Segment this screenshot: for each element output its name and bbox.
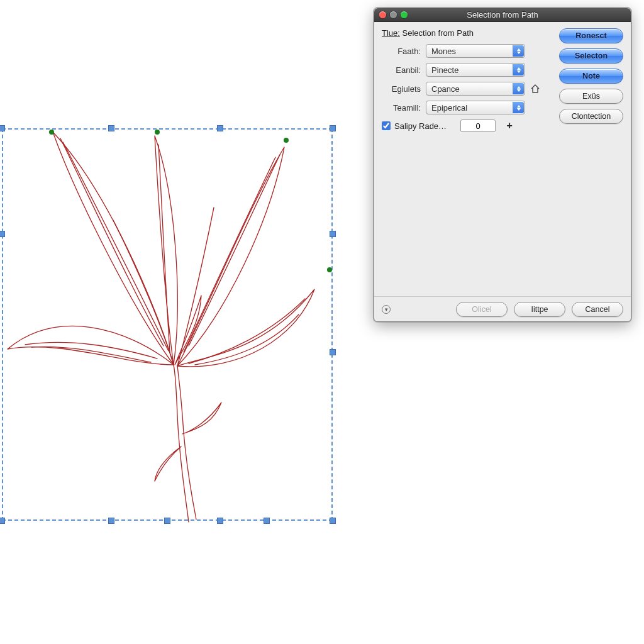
button-olicel: Olicel <box>456 302 508 317</box>
field-label: Egiulets <box>382 84 421 94</box>
button-clontection[interactable]: Clontection <box>559 109 623 124</box>
select-eanbil[interactable]: Pinecte <box>426 63 525 77</box>
dialog-selection-from-path: Selection from Path Tlue: Selection from… <box>374 8 631 322</box>
select-faath[interactable]: Mones <box>426 44 525 58</box>
resize-handle-w1[interactable] <box>0 231 5 237</box>
select-value: Cpance <box>431 84 460 94</box>
chevron-updown-icon <box>513 102 524 113</box>
minimize-icon[interactable] <box>390 11 397 18</box>
dialog-body: Tlue: Selection from Path Faath: Mones E… <box>374 22 631 296</box>
select-egiulets[interactable]: Cpance <box>426 82 525 96</box>
checkbox-label: Salipy Rade… <box>394 121 447 131</box>
button-note[interactable]: Note <box>559 69 623 84</box>
resize-handle-ne[interactable] <box>330 125 336 131</box>
canvas-area <box>0 0 352 535</box>
resize-handle-nw[interactable] <box>0 125 5 131</box>
path-node[interactable] <box>155 130 160 135</box>
resize-handle-e1[interactable] <box>330 231 336 237</box>
subheader-value: Selection from Path <box>402 28 474 38</box>
checkbox-salipy-rade[interactable] <box>382 121 391 130</box>
window-title: Selection from Path <box>374 10 631 19</box>
path-node[interactable] <box>284 138 289 143</box>
field-label: Teamill: <box>382 103 421 113</box>
select-teamill[interactable]: Epiperical <box>426 101 525 114</box>
field-label: Eanbil: <box>382 65 421 75</box>
dialog-left-column: Tlue: Selection from Path Faath: Mones E… <box>382 28 550 292</box>
button-iittpe[interactable]: Iittpe <box>514 302 565 317</box>
home-icon[interactable] <box>530 84 540 94</box>
dialog-subheader: Tlue: Selection from Path <box>382 28 550 38</box>
path-node[interactable] <box>327 267 332 272</box>
button-ronesct[interactable]: Ronesct <box>559 28 623 43</box>
resize-handle-s1[interactable] <box>108 518 114 524</box>
resize-handle-sw[interactable] <box>0 518 5 524</box>
selection-edge-right[interactable] <box>331 128 333 521</box>
selection-edge-left[interactable] <box>2 128 3 521</box>
dialog-right-column: Ronesct Selecton Note Exüs Clontection <box>559 28 623 292</box>
chevron-updown-icon <box>513 83 524 94</box>
chevron-updown-icon <box>513 64 524 75</box>
window-controls <box>374 11 408 18</box>
chevron-updown-icon <box>513 45 524 57</box>
field-row-egiulets: Egiulets Cpance <box>382 82 550 96</box>
close-icon[interactable] <box>379 11 386 18</box>
selection-bounding-box[interactable] <box>2 128 333 521</box>
button-exus[interactable]: Exüs <box>559 89 623 104</box>
resize-handle-s2[interactable] <box>164 518 170 524</box>
field-label: Faath: <box>382 47 421 56</box>
resize-handle-s3[interactable] <box>217 518 223 524</box>
dialog-footer: ▾ Olicel Iittpe Cancel <box>374 296 631 321</box>
field-row-teamill: Teamill: Epiperical <box>382 101 550 114</box>
zoom-icon[interactable] <box>401 11 408 18</box>
path-node[interactable] <box>49 130 54 135</box>
select-value: Mones <box>431 47 456 56</box>
field-row-faath: Faath: Mones <box>382 44 550 58</box>
cancel-button[interactable]: Cancel <box>572 302 623 317</box>
titlebar[interactable]: Selection from Path <box>374 8 631 22</box>
number-input-salipy[interactable] <box>460 119 496 132</box>
resize-handle-e2[interactable] <box>330 349 336 355</box>
plus-icon[interactable]: + <box>503 119 516 132</box>
select-value: Epiperical <box>431 103 467 113</box>
button-selecton[interactable]: Selecton <box>559 48 623 64</box>
select-value: Pinecte <box>431 65 458 75</box>
field-row-eanbil: Eanbil: Pinecte <box>382 63 550 77</box>
resize-handle-n2[interactable] <box>217 125 223 131</box>
subheader-label: Tlue: <box>382 28 400 38</box>
checkbox-row-salipy: Salipy Rade… + <box>382 119 550 132</box>
resize-handle-n1[interactable] <box>108 125 114 131</box>
help-icon[interactable]: ▾ <box>382 305 391 314</box>
resize-handle-s4[interactable] <box>264 518 270 524</box>
resize-handle-se[interactable] <box>330 518 336 524</box>
